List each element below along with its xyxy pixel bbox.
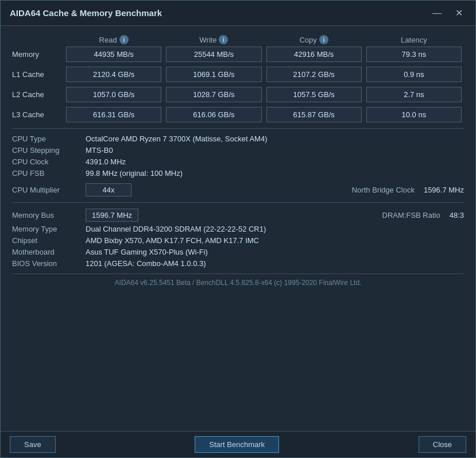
title-bar: AIDA64 Cache & Memory Benchmark — ✕ — [1, 1, 475, 26]
sys-info-label-2: Motherboard — [12, 248, 81, 256]
bottom-bar: Save Start Benchmark Close — [1, 431, 475, 457]
cpu-info-row: CPU FSB 99.8 MHz (original: 100 MHz) — [12, 169, 464, 178]
latency-header: Latency — [364, 36, 464, 44]
cpu-multiplier-label: CPU Multiplier — [12, 186, 81, 194]
sys-info-label-1: Chipset — [12, 236, 81, 245]
memory-bus-label: Memory Bus — [12, 211, 81, 220]
row-label-1: L1 Cache — [12, 70, 64, 79]
cpu-info-value-1: MTS-B0 — [86, 146, 113, 155]
nb-clock-label: North Bridge Clock — [352, 186, 415, 194]
read-cell-2: 1057.0 GB/s — [64, 87, 164, 102]
read-info-icon[interactable]: i — [119, 35, 129, 44]
system-info-row: Motherboard Asus TUF Gaming X570-Plus (W… — [12, 248, 464, 256]
copy-info-icon[interactable]: i — [319, 35, 328, 44]
table-row: L3 Cache 616.31 GB/s 616.06 GB/s 615.87 … — [12, 107, 464, 122]
latency-cell-0: 79.3 ns — [364, 47, 464, 62]
read-header: Read i — [64, 35, 164, 44]
sys-info-label-3: BIOS Version — [12, 259, 81, 268]
sys-info-value-3: 1201 (AGESA: Combo-AM4 1.0.0.3) — [86, 259, 206, 268]
copy-value-1: 2107.2 GB/s — [266, 67, 362, 82]
latency-value-3: 10.0 ns — [366, 107, 462, 122]
latency-cell-1: 0.9 ns — [364, 67, 464, 82]
memory-bus-value: 1596.7 MHz — [86, 209, 138, 222]
dram-fsb-label: DRAM:FSB Ratio — [382, 211, 440, 220]
cpu-info-value-3: 99.8 MHz (original: 100 MHz) — [86, 169, 183, 178]
cpu-info-label-2: CPU Clock — [12, 157, 81, 166]
write-value-3: 616.06 GB/s — [166, 107, 261, 122]
sys-info-value-0: Dual Channel DDR4-3200 SDRAM (22-22-22-5… — [86, 225, 266, 233]
read-value-0: 44935 MB/s — [66, 47, 161, 62]
write-cell-3: 616.06 GB/s — [164, 107, 264, 122]
copy-cell-3: 615.87 GB/s — [264, 107, 364, 122]
nb-clock-value: 1596.7 MHz — [424, 186, 464, 194]
copy-header: Copy i — [264, 35, 364, 44]
cpu-info-row: CPU Clock 4391.0 MHz — [12, 157, 464, 166]
start-benchmark-button[interactable]: Start Benchmark — [195, 436, 279, 453]
read-cell-3: 616.31 GB/s — [64, 107, 164, 122]
main-window: AIDA64 Cache & Memory Benchmark — ✕ Read… — [0, 0, 476, 458]
write-value-1: 1069.1 GB/s — [166, 67, 261, 82]
cpu-info-label-3: CPU FSB — [12, 169, 81, 178]
sys-info-value-2: Asus TUF Gaming X570-Plus (Wi-Fi) — [86, 248, 208, 256]
write-value-2: 1028.7 GB/s — [166, 87, 261, 102]
read-value-3: 616.31 GB/s — [66, 107, 161, 122]
copy-cell-0: 42916 MB/s — [264, 47, 364, 62]
cpu-info-value-2: 4391.0 MHz — [86, 157, 126, 166]
cpu-info-value-0: OctalCore AMD Ryzen 7 3700X (Matisse, So… — [86, 134, 267, 143]
write-info-icon[interactable]: i — [219, 35, 228, 44]
minimize-button[interactable]: — — [429, 7, 445, 20]
table-row: L2 Cache 1057.0 GB/s 1028.7 GB/s 1057.5 … — [12, 87, 464, 102]
benchmark-rows: Memory 44935 MB/s 25544 MB/s 42916 MB/s … — [12, 47, 464, 122]
cpu-info-section: CPU Type OctalCore AMD Ryzen 7 3700X (Ma… — [12, 134, 464, 178]
sys-info-label-0: Memory Type — [12, 225, 81, 233]
copy-value-0: 42916 MB/s — [266, 47, 362, 62]
row-label-0: Memory — [12, 50, 64, 59]
row-label-2: L2 Cache — [12, 90, 64, 99]
memory-bus-row: Memory Bus 1596.7 MHz DRAM:FSB Ratio 48:… — [12, 209, 464, 222]
cpu-info-row: CPU Stepping MTS-B0 — [12, 146, 464, 155]
copy-cell-1: 2107.2 GB/s — [264, 67, 364, 82]
cpu-info-label-0: CPU Type — [12, 134, 81, 143]
close-btn[interactable]: Close — [419, 436, 466, 453]
copy-cell-2: 1057.5 GB/s — [264, 87, 364, 102]
cpu-multiplier-value: 44x — [86, 183, 131, 197]
row-label-3: L3 Cache — [12, 110, 64, 119]
table-row: L1 Cache 2120.4 GB/s 1069.1 GB/s 2107.2 … — [12, 67, 464, 82]
divider-1 — [12, 128, 464, 129]
table-header-row: Read i Write i Copy i Latency — [12, 35, 464, 44]
window-title: AIDA64 Cache & Memory Benchmark — [10, 8, 162, 18]
divider-2 — [12, 202, 464, 203]
read-cell-1: 2120.4 GB/s — [64, 67, 164, 82]
read-value-1: 2120.4 GB/s — [66, 67, 161, 82]
latency-value-1: 0.9 ns — [366, 67, 462, 82]
copy-value-2: 1057.5 GB/s — [266, 87, 362, 102]
cpu-multiplier-row: CPU Multiplier 44x North Bridge Clock 15… — [12, 183, 464, 197]
latency-value-0: 79.3 ns — [366, 47, 462, 62]
write-cell-2: 1028.7 GB/s — [164, 87, 264, 102]
write-cell-1: 1069.1 GB/s — [164, 67, 264, 82]
cpu-info-label-1: CPU Stepping — [12, 146, 81, 155]
dram-fsb-value: 48:3 — [450, 211, 464, 220]
system-info-row: Memory Type Dual Channel DDR4-3200 SDRAM… — [12, 225, 464, 233]
content-area: Read i Write i Copy i Latency Memory 449… — [1, 26, 475, 431]
write-header: Write i — [164, 35, 264, 44]
system-info-row: BIOS Version 1201 (AGESA: Combo-AM4 1.0.… — [12, 259, 464, 268]
copy-value-3: 615.87 GB/s — [266, 107, 362, 122]
read-cell-0: 44935 MB/s — [64, 47, 164, 62]
cpu-info-row: CPU Type OctalCore AMD Ryzen 7 3700X (Ma… — [12, 134, 464, 143]
latency-cell-2: 2.7 ns — [364, 87, 464, 102]
table-row: Memory 44935 MB/s 25544 MB/s 42916 MB/s … — [12, 47, 464, 62]
footer-text: AIDA64 v6.25.5451 Beta / BenchDLL 4.5.82… — [12, 274, 464, 291]
save-button[interactable]: Save — [10, 436, 56, 453]
sys-info-value-1: AMD Bixby X570, AMD K17.7 FCH, AMD K17.7… — [86, 236, 259, 245]
system-info-section: Memory Type Dual Channel DDR4-3200 SDRAM… — [12, 225, 464, 268]
title-controls: — ✕ — [429, 6, 466, 20]
write-cell-0: 25544 MB/s — [164, 47, 264, 62]
read-value-2: 1057.0 GB/s — [66, 87, 161, 102]
latency-cell-3: 10.0 ns — [364, 107, 464, 122]
system-info-row: Chipset AMD Bixby X570, AMD K17.7 FCH, A… — [12, 236, 464, 245]
latency-value-2: 2.7 ns — [366, 87, 462, 102]
write-value-0: 25544 MB/s — [166, 47, 261, 62]
close-button[interactable]: ✕ — [452, 6, 466, 20]
